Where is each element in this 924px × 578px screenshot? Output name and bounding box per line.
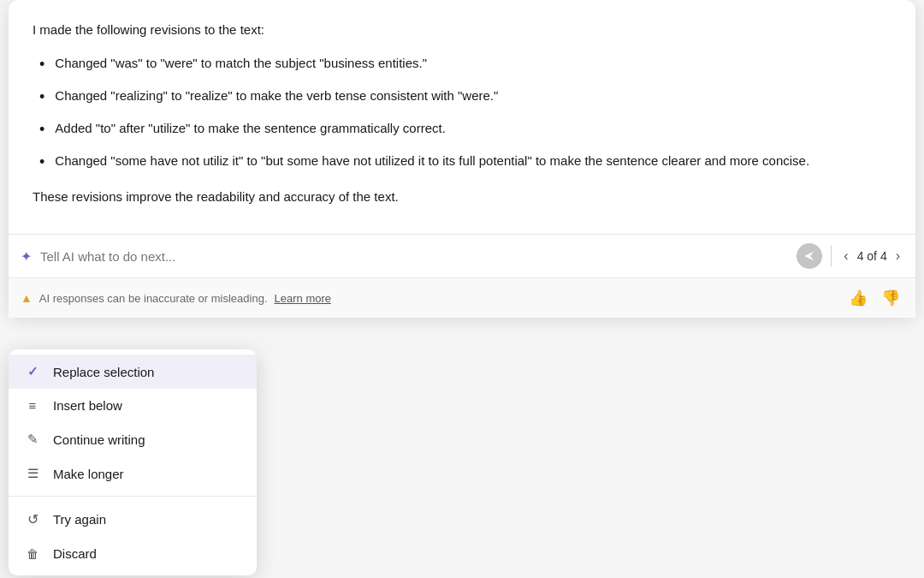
thumbs-down-button[interactable]: 👎 (878, 287, 903, 309)
menu-item-longer[interactable]: Make longer (9, 456, 257, 491)
continue-icon (24, 432, 41, 447)
send-icon (803, 250, 815, 262)
input-row: ✦ ‹ 4 of 4 › (9, 234, 915, 277)
list-item: Added "to" after "utilize" to make the s… (39, 119, 891, 141)
retry-label: Try again (53, 512, 106, 527)
nav-prev-button[interactable]: ‹ (840, 247, 851, 265)
bullet-list: Changed "was" to "were" to match the sub… (33, 54, 891, 174)
feedback-buttons: 👍 👎 (845, 287, 903, 309)
insert-label: Insert below (53, 398, 122, 413)
nav-next-button[interactable]: › (892, 247, 903, 265)
replace-label: Replace selection (53, 365, 154, 379)
learn-more-link[interactable]: Learn more (275, 292, 331, 305)
discard-label: Discard (53, 546, 97, 561)
divider (831, 246, 832, 266)
list-item: Changed "some have not utiliz it" to "bu… (39, 152, 891, 174)
warning-row: ▲ AI responses can be inaccurate or misl… (9, 277, 915, 318)
tell-ai-input[interactable] (40, 249, 788, 264)
menu-item-continue[interactable]: Continue writing (9, 422, 257, 456)
menu-section-actions: Replace selection Insert below Continue … (9, 349, 257, 496)
thumbs-up-button[interactable]: 👍 (845, 287, 871, 309)
longer-label: Make longer (53, 467, 124, 481)
menu-item-discard[interactable]: Discard (9, 537, 257, 570)
dropdown-menu: Replace selection Insert below Continue … (9, 349, 257, 575)
list-item: Changed "was" to "were" to match the sub… (39, 54, 891, 76)
menu-item-replace[interactable]: Replace selection (9, 355, 257, 389)
check-icon (24, 364, 41, 379)
continue-label: Continue writing (53, 432, 145, 447)
nav-label: 4 of 4 (857, 249, 887, 263)
send-button[interactable] (797, 243, 822, 269)
summary-text: These revisions improve the readability … (33, 188, 891, 207)
retry-icon (24, 511, 41, 527)
discard-icon (24, 546, 41, 561)
longer-icon (24, 466, 41, 481)
menu-item-insert[interactable]: Insert below (9, 389, 257, 422)
warning-icon: ▲ (21, 291, 33, 305)
list-item: Changed "realizing" to "realize" to make… (39, 86, 891, 109)
ai-sparkle-icon: ✦ (21, 248, 32, 265)
ai-response-panel: I made the following revisions to the te… (9, 0, 915, 318)
menu-item-retry[interactable]: Try again (9, 502, 257, 537)
content-area: I made the following revisions to the te… (9, 0, 915, 234)
insert-icon (24, 398, 41, 413)
menu-section-other: Try again Discard (9, 496, 257, 575)
intro-text: I made the following revisions to the te… (33, 21, 891, 40)
warning-left: ▲ AI responses can be inaccurate or misl… (21, 291, 331, 305)
warning-text: AI responses can be inaccurate or mislea… (39, 292, 268, 305)
nav-controls: ‹ 4 of 4 › (840, 247, 903, 265)
